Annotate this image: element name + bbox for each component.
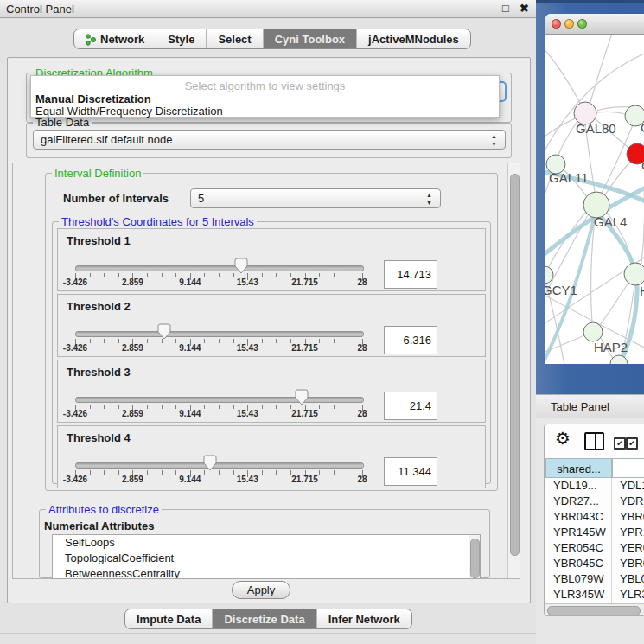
network-node[interactable] — [583, 322, 603, 341]
apply-button[interactable]: Apply — [232, 581, 290, 599]
network-window-titlebar[interactable] — [545, 14, 644, 35]
zoom-window-icon[interactable] — [577, 19, 587, 29]
horizontal-scrollbar[interactable] — [545, 603, 644, 616]
table-row[interactable]: YBR043CYBR0 — [545, 509, 644, 525]
tab-impute-data[interactable]: Impute Data — [125, 609, 212, 628]
table-row[interactable]: YDR27...YDR2 — [545, 494, 644, 509]
table-row[interactable]: YDL19...YDL1 — [545, 478, 644, 494]
slider-tick-label: 28 — [357, 409, 367, 418]
slider-tick — [219, 405, 220, 409]
table-cell: YPR145W — [545, 525, 612, 540]
slider-track[interactable] — [75, 331, 364, 337]
slider-thumb[interactable] — [234, 258, 248, 274]
float-window-icon[interactable]: □ — [502, 2, 509, 15]
right-panel: GAL80GACGAL11GAL4GCY1HHAP2 Table Panel ⚙… — [536, 0, 644, 644]
close-window-icon[interactable] — [552, 19, 561, 29]
numerical-attributes-list[interactable]: SelfLoopsTopologicalCoefficientBetweenne… — [52, 534, 481, 579]
slider-thumb[interactable] — [157, 323, 171, 340]
slider-tick-label: 28 — [357, 343, 367, 353]
table-row[interactable]: YBR045CYBR0 — [545, 556, 644, 571]
tab-style[interactable]: Style — [156, 29, 206, 48]
split-view-icon[interactable] — [584, 432, 604, 450]
algorithm-option-equal-width[interactable]: Equal Width/Frequency Discretization — [35, 105, 223, 118]
slider-tick — [348, 470, 348, 475]
tab-label: jActiveMNodules — [368, 33, 459, 46]
slider-tick — [334, 470, 335, 475]
slider-tick — [147, 405, 148, 409]
attributes-scrollbar-thumb[interactable] — [470, 539, 480, 578]
table-row[interactable]: YPR145WYPR1 — [545, 525, 644, 540]
slider-tick — [175, 405, 176, 409]
slider-thumb[interactable] — [295, 389, 309, 405]
checkbox-icon[interactable]: ✔ — [614, 437, 626, 450]
tab-select[interactable]: Select — [206, 29, 262, 48]
slider-tick — [175, 273, 176, 277]
slider-tick — [90, 470, 91, 475]
slider-track[interactable] — [75, 397, 364, 403]
threshold-1-row: Threshold 1-3.4262.8599.14415.4321.71528… — [57, 228, 486, 291]
slider-tick — [276, 339, 277, 343]
tab-cyni-toolbox[interactable]: Cyni Toolbox — [263, 29, 356, 48]
attribute-item[interactable]: BetweennessCentrality — [53, 566, 480, 579]
algorithm-option-manual[interactable]: Manual Discretization — [35, 92, 151, 105]
slider-tick-label: 21.715 — [291, 343, 318, 353]
attributes-scrollbar[interactable] — [469, 535, 480, 578]
slider-tick — [348, 339, 348, 343]
attribute-item[interactable]: TopologicalCoefficient — [53, 551, 480, 566]
threshold-value-field[interactable]: 14.713 — [384, 260, 437, 289]
gear-icon[interactable]: ⚙ — [555, 428, 571, 449]
table-cell: YER054C — [545, 540, 612, 556]
table-data-group-title: Table Data — [33, 116, 92, 129]
attribute-item[interactable]: SelfLoops — [53, 535, 480, 551]
tab-discretize-data[interactable]: Discretize Data — [212, 609, 316, 628]
column-header-shared-name[interactable]: shared... — [545, 458, 612, 478]
slider-tick — [262, 273, 263, 277]
slider-tick-label: 9.144 — [179, 277, 201, 287]
network-node[interactable] — [624, 263, 644, 285]
network-node-label: GCY1 — [545, 283, 577, 297]
slider-track[interactable] — [75, 265, 364, 271]
slider-tick — [118, 405, 119, 409]
slider-tick — [90, 339, 91, 343]
threshold-value-field[interactable]: 21.4 — [384, 392, 437, 420]
slider-tick-label: 2.859 — [122, 475, 143, 484]
table-cell: YPR1 — [612, 525, 644, 540]
table-panel-titlebar: Table Panel — [536, 394, 644, 418]
close-panel-icon[interactable]: ✖ — [520, 2, 529, 15]
slider-tick — [276, 470, 277, 475]
slider-tick-label: -3.426 — [63, 409, 87, 418]
checkbox-icon[interactable]: ✔ — [626, 437, 638, 450]
vertical-scrollbar-thumb[interactable] — [510, 174, 520, 556]
network-edge — [590, 35, 613, 102]
table-data-combobox[interactable]: galFiltered.sif default node ▲▼ — [33, 130, 506, 150]
slider-tick — [118, 273, 119, 277]
slider-track[interactable] — [75, 462, 364, 469]
slider-tick-label: 2.859 — [122, 277, 143, 287]
network-canvas[interactable]: GAL80GACGAL11GAL4GCY1HHAP2 — [545, 35, 644, 364]
horizontal-scrollbar-thumb[interactable] — [547, 606, 641, 615]
number-of-intervals-spinner[interactable]: 5 ▲▼ — [190, 188, 441, 208]
tab-network[interactable]: Network — [74, 29, 156, 48]
table-cell: YDR2 — [612, 494, 644, 509]
slider-tick — [204, 339, 205, 343]
slider-tick-label: 28 — [357, 277, 367, 287]
column-header-name[interactable]: name — [612, 458, 644, 478]
tab-jactivemnodules[interactable]: jActiveMNodules — [356, 29, 470, 48]
slider-thumb[interactable] — [203, 455, 217, 471]
tab-infer-network[interactable]: Infer Network — [316, 609, 411, 628]
slider-tick — [262, 339, 263, 343]
vertical-scrollbar[interactable] — [507, 163, 520, 578]
table-row[interactable]: YBL079WYBL0 — [545, 571, 644, 587]
table-row[interactable]: YLR345WYLR3 — [545, 587, 644, 603]
slider-tick — [348, 273, 348, 277]
threshold-value-field[interactable]: 6.316 — [384, 326, 437, 354]
threshold-value-field[interactable]: 11.344 — [384, 457, 437, 486]
threshold-4-row: Threshold 4-3.4262.8599.14415.4321.71528… — [57, 425, 486, 488]
threshold-label: Threshold 4 — [67, 431, 131, 444]
minimize-window-icon[interactable] — [564, 19, 574, 29]
slider-tick-label: 21.715 — [291, 409, 318, 418]
tab-label: Discretize Data — [224, 613, 304, 626]
slider-tick — [162, 273, 163, 277]
table-row[interactable]: YER054CYER0 — [545, 540, 644, 556]
cyni-mode-tabs: Impute DataDiscretize DataInfer Network — [124, 609, 412, 629]
